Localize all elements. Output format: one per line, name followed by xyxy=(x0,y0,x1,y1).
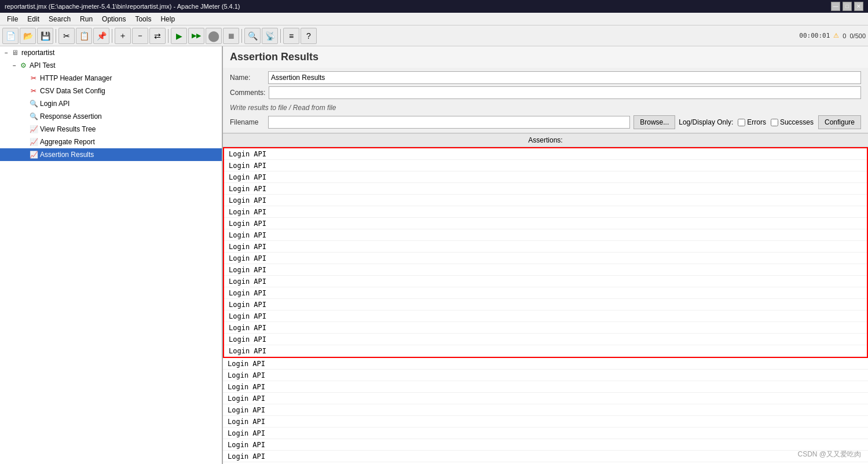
tree-item-api-test[interactable]: − ⚙ API Test xyxy=(0,59,222,72)
comments-input[interactable] xyxy=(269,86,861,99)
errors-checkbox-label[interactable]: Errors xyxy=(738,118,766,126)
assertion-row[interactable]: Login API xyxy=(224,264,867,276)
copy-btn[interactable]: 📋 xyxy=(76,28,92,44)
close-btn[interactable]: ✕ xyxy=(854,2,863,11)
label-http-header: HTTP Header Manager xyxy=(40,74,112,82)
run-btn[interactable]: ▶ xyxy=(171,28,187,44)
assertion-row[interactable]: Login API xyxy=(224,299,867,310)
remote-btn[interactable]: 📡 xyxy=(262,28,278,44)
stop-btn[interactable]: ⬤ xyxy=(206,28,222,44)
clear-btn[interactable]: 🔍 xyxy=(244,28,261,44)
run-all-btn[interactable]: ▶▶ xyxy=(188,28,204,44)
tree-panel[interactable]: − 🖥 reportartist − ⚙ API Test ✂ HTTP Hea… xyxy=(0,46,223,464)
label-login-api: Login API xyxy=(40,100,69,108)
expand-api-test[interactable]: − xyxy=(10,63,19,69)
assertion-row[interactable]: Login API xyxy=(223,393,868,404)
section-divider: Write results to file / Read from file xyxy=(230,104,861,112)
configure-btn[interactable]: Configure xyxy=(818,115,861,129)
menu-file[interactable]: File xyxy=(2,14,23,24)
stop-all-btn[interactable]: ⏹ xyxy=(223,28,239,44)
log-options: Log/Display Only: Errors Successes Confi… xyxy=(679,115,861,129)
expand-login-api[interactable] xyxy=(21,101,29,107)
new-btn[interactable]: 📄 xyxy=(2,28,19,44)
panel-title: Assertion Results xyxy=(223,46,868,68)
tree-item-reportartist[interactable]: − 🖥 reportartist xyxy=(0,46,222,59)
title-bar-controls: — □ ✕ xyxy=(831,2,863,11)
successes-checkbox[interactable] xyxy=(771,119,778,126)
assertion-row[interactable]: Login API xyxy=(223,370,868,381)
cut-btn[interactable]: ✂ xyxy=(58,28,75,44)
open-btn[interactable]: 📂 xyxy=(20,28,36,44)
assertion-row[interactable]: Login API xyxy=(223,381,868,393)
assertion-row[interactable]: Login API xyxy=(224,241,867,253)
tree-item-view-results[interactable]: 📈 View Results Tree xyxy=(0,123,222,136)
assertion-row[interactable]: Login API xyxy=(223,428,868,439)
tree-item-assertion-results[interactable]: 📈 Assertion Results xyxy=(0,148,222,161)
maximize-btn[interactable]: □ xyxy=(843,2,852,11)
toggle-btn[interactable]: ⇄ xyxy=(149,28,166,44)
assertion-row[interactable]: Login API xyxy=(224,334,867,345)
filename-input[interactable] xyxy=(268,116,630,129)
expand-view-results[interactable] xyxy=(21,126,29,133)
minimize-btn[interactable]: — xyxy=(831,2,840,11)
menu-run[interactable]: Run xyxy=(75,14,97,24)
icon-csv-data: ✂ xyxy=(29,86,38,96)
expand-aggregate-report[interactable] xyxy=(21,139,29,145)
assertion-row[interactable]: Login API xyxy=(224,160,867,171)
browse-btn[interactable]: Browse... xyxy=(633,115,675,129)
menu-search[interactable]: Search xyxy=(44,14,75,24)
expand-reportartist[interactable]: − xyxy=(2,50,10,56)
assertion-row[interactable]: Login API xyxy=(223,404,868,416)
assertion-row[interactable]: Login API xyxy=(224,183,867,195)
errors-checkbox[interactable] xyxy=(738,119,745,126)
assertion-row[interactable]: Login API xyxy=(224,322,867,334)
help-btn[interactable]: ? xyxy=(301,28,317,44)
assertion-row[interactable]: Login API xyxy=(224,287,867,299)
assertion-row[interactable]: Login API xyxy=(224,206,867,218)
assertion-row[interactable]: Login API xyxy=(224,148,867,160)
successes-checkbox-label[interactable]: Successes xyxy=(771,118,814,126)
assertion-row[interactable]: Login API xyxy=(223,358,868,370)
menu-options[interactable]: Options xyxy=(97,14,130,24)
menu-help[interactable]: Help xyxy=(156,14,180,24)
assertion-row[interactable]: Login API xyxy=(224,229,867,241)
collapse-btn[interactable]: － xyxy=(132,28,148,44)
assertion-row[interactable]: Login API xyxy=(224,276,867,287)
assertion-row[interactable]: Login API xyxy=(224,218,867,229)
function-helper-btn[interactable]: ≡ xyxy=(283,28,299,44)
menu-edit[interactable]: Edit xyxy=(23,14,44,24)
sep-1 xyxy=(56,29,56,43)
warning-icon: ⚠ xyxy=(833,32,839,39)
tree-item-aggregate-report[interactable]: 📈 Aggregate Report xyxy=(0,136,222,148)
assertion-row[interactable]: Login API xyxy=(224,253,867,264)
errors-label: Errors xyxy=(747,118,766,126)
assertion-row[interactable]: Login API xyxy=(224,171,867,183)
tree-item-response-assertion[interactable]: 🔍 Response Assertion xyxy=(0,110,222,123)
assertion-row[interactable]: Login API xyxy=(223,416,868,428)
assertion-row[interactable]: Login API xyxy=(224,345,867,357)
assertions-section[interactable]: Assertions: Login APILogin APILogin APIL… xyxy=(223,133,868,464)
icon-http-header: ✂ xyxy=(29,74,38,83)
assertion-row[interactable]: Login API xyxy=(223,439,868,451)
assertion-row[interactable]: Login API xyxy=(224,310,867,322)
expand-csv-data[interactable] xyxy=(21,88,29,94)
label-view-results: View Results Tree xyxy=(40,125,96,133)
expand-http-header[interactable] xyxy=(21,75,29,82)
save-btn[interactable]: 💾 xyxy=(37,28,53,44)
assertion-row[interactable]: Login API xyxy=(224,195,867,206)
tree-item-login-api[interactable]: 🔍 Login API xyxy=(0,97,222,110)
expand-assertion-results[interactable] xyxy=(21,152,29,158)
icon-aggregate-report: 📈 xyxy=(29,137,38,147)
paste-btn[interactable]: 📌 xyxy=(93,28,109,44)
expand-response-assertion[interactable] xyxy=(21,114,29,120)
toolbar-right: 00:00:01 ⚠ 0 0/500 xyxy=(799,32,866,39)
name-input[interactable] xyxy=(268,71,861,84)
label-api-test: API Test xyxy=(30,61,55,70)
label-assertion-results: Assertion Results xyxy=(40,151,94,159)
tree-item-csv-data[interactable]: ✂ CSV Data Set Config xyxy=(0,85,222,97)
tree-item-http-header[interactable]: ✂ HTTP Header Manager xyxy=(0,72,222,85)
menu-tools[interactable]: Tools xyxy=(130,14,156,24)
expand-btn[interactable]: ＋ xyxy=(115,28,131,44)
label-response-assertion: Response Assertion xyxy=(40,112,102,120)
assertion-row[interactable]: Login API xyxy=(223,451,868,462)
